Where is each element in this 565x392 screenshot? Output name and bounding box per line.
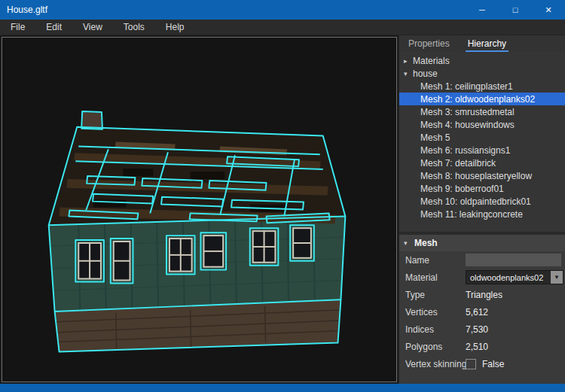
vertex-skinning-checkbox[interactable] [466,359,476,369]
mesh-inspector: ▾ Mesh Name Material oldwoodenplanks02 ▼… [399,235,565,384]
indices-value: 7,530 [466,324,488,335]
tree-item[interactable]: Mesh 10: oldpaintedbrick01 [399,195,565,208]
tree-item-label: Materials [413,56,450,66]
tree-item-label: house [413,68,438,79]
field-type: Type Triangles [399,286,565,303]
menubar: FileEditViewToolsHelp [0,20,565,35]
tree-item[interactable]: Mesh 7: detailbrick [399,156,565,169]
tree-item-label: Mesh 3: smrustedmetal [420,107,515,117]
window-controls: ─ □ ✕ [466,0,565,20]
dropdown-arrow-icon: ▼ [551,271,563,284]
tree-item[interactable]: Mesh 9: boberroof01 [399,182,565,195]
tree-item[interactable]: Mesh 1: ceilingplaster1 [399,80,565,93]
tree-item-label: Mesh 4: housewindows [420,120,515,130]
tree-item-label: Mesh 6: russiansigns1 [420,145,510,156]
tree-item[interactable]: Mesh 5 [399,131,565,144]
maximize-button[interactable]: □ [499,0,532,20]
type-label: Type [405,290,466,300]
tree-item-label: Mesh 7: detailbrick [420,158,496,169]
tree-item[interactable]: Mesh 6: russiansigns1 [399,144,565,156]
section-expand-icon: ▾ [404,239,414,247]
tree-item-label: Mesh 5 [420,132,450,143]
window-title: House.gltf [0,5,47,15]
section-title: Mesh [414,238,438,248]
tree-item[interactable]: Mesh 8: houseplasteryellow [399,169,565,182]
tree-item[interactable]: ▸Materials [399,54,565,67]
vertex-skinning-value: False [482,359,504,369]
name-input[interactable] [466,254,561,266]
tab-hierarchy[interactable]: Hierarchy [459,35,515,52]
minimize-button[interactable]: ─ [466,0,499,20]
app-window: House.gltf ─ □ ✕ FileEditViewToolsHelp [0,0,565,392]
field-material: Material oldwoodenplanks02 ▼ [399,269,565,286]
side-panel: PropertiesHierarchy ▸Materials▾houseMesh… [399,35,565,384]
polygons-value: 2,510 [466,342,488,352]
close-button[interactable]: ✕ [532,0,565,20]
menu-tools[interactable]: Tools [113,20,155,35]
viewport-3d[interactable] [2,37,397,382]
field-polygons: Polygons 2,510 [399,338,565,355]
tree-item[interactable]: Mesh 4: housewindows [399,118,565,131]
vertices-value: 5,612 [466,307,488,318]
material-dropdown[interactable]: oldwoodenplanks02 ▼ [466,270,563,284]
tree-item[interactable]: Mesh 3: smrustedmetal [399,105,565,118]
tree-item[interactable]: Mesh 11: leakingconcrete [399,208,565,220]
menu-view[interactable]: View [72,20,113,35]
tree-item[interactable]: ▾house [399,67,565,80]
menu-help[interactable]: Help [155,20,195,35]
mesh-section-header[interactable]: ▾ Mesh [399,235,565,251]
type-value: Triangles [466,290,502,300]
tab-properties[interactable]: Properties [399,35,459,52]
tree-item-label: Mesh 1: ceilingplaster1 [420,81,513,92]
tree-expanded-icon[interactable]: ▾ [404,70,413,77]
titlebar: House.gltf ─ □ ✕ [0,0,565,20]
panel-tabs: PropertiesHierarchy [399,35,565,52]
menu-file[interactable]: File [0,20,35,35]
tree-item-label: Mesh 9: boberroof01 [420,184,504,194]
main-content: PropertiesHierarchy ▸Materials▾houseMesh… [0,35,565,384]
menu-edit[interactable]: Edit [35,20,72,35]
viewport-wrap [0,35,399,384]
tree-collapsed-icon[interactable]: ▸ [404,57,413,65]
hierarchy-tree: ▸Materials▾houseMesh 1: ceilingplaster1M… [399,52,565,232]
vertices-label: Vertices [405,307,466,318]
field-indices: Indices 7,530 [399,321,565,338]
field-vertices: Vertices 5,612 [399,303,565,321]
field-vertex-skinning: Vertex skinning False [399,355,565,372]
name-label: Name [405,255,466,266]
polygons-label: Polygons [405,342,466,352]
statusbar [0,384,565,392]
tree-item-label: Mesh 10: oldpaintedbrick01 [420,196,531,207]
tree-item-label: Mesh 8: houseplasteryellow [420,171,532,181]
material-label: Material [405,272,466,283]
house-model [2,38,396,381]
field-name: Name [399,251,565,269]
tree-item[interactable]: Mesh 2: oldwoodenplanks02 [399,93,565,105]
indices-label: Indices [405,324,466,335]
tree-item-label: Mesh 2: oldwoodenplanks02 [420,94,535,105]
material-dropdown-value: oldwoodenplanks02 [466,271,551,284]
tree-item-label: Mesh 11: leakingconcrete [420,209,523,220]
vertex-skinning-label: Vertex skinning [405,359,466,369]
